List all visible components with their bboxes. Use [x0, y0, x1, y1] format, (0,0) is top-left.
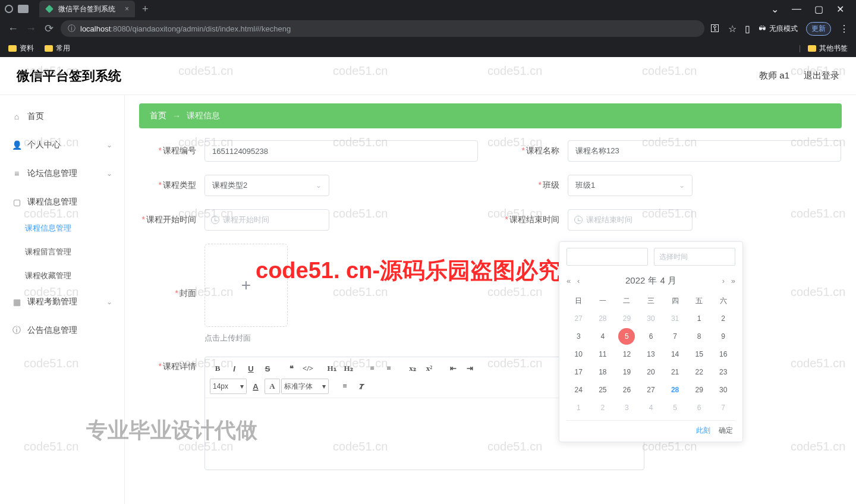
prev-month-button[interactable]: ‹	[577, 276, 580, 285]
bg-color-button[interactable]: A	[265, 379, 280, 394]
chevron-down-icon[interactable]: ⌄	[771, 4, 779, 15]
dp-day[interactable]: 17	[567, 363, 591, 381]
dp-day[interactable]: 20	[639, 363, 663, 381]
dp-day[interactable]: 30	[711, 381, 735, 399]
back-button[interactable]: ←	[7, 23, 19, 35]
key-icon[interactable]: ⚿	[710, 23, 720, 34]
sidebar-item-attendance[interactable]: ▦课程考勤管理⌄	[0, 288, 124, 316]
clear-format-button[interactable]: T̷	[354, 379, 369, 394]
dp-day[interactable]: 3	[615, 399, 639, 417]
sidebar-item-notice[interactable]: ⓘ公告信息管理	[0, 316, 124, 345]
h1-button[interactable]: H₁	[324, 361, 339, 376]
dp-day[interactable]: 31	[663, 310, 687, 327]
subscript-button[interactable]: x₂	[405, 361, 420, 376]
next-year-button[interactable]: »	[731, 276, 735, 285]
dp-day[interactable]: 1	[567, 399, 591, 417]
dp-day[interactable]: 19	[615, 363, 639, 381]
prev-year-button[interactable]: «	[567, 276, 571, 285]
input-end-time[interactable]: 课程结束时间	[568, 209, 693, 231]
dp-day[interactable]: 5	[663, 399, 687, 417]
dp-day[interactable]: 28	[591, 310, 615, 327]
dp-day[interactable]: 29	[615, 310, 639, 327]
font-size-select[interactable]: 14px▾	[210, 379, 247, 394]
sidebar-item-personal[interactable]: 👤个人中心⌄	[0, 131, 124, 159]
input-course-name[interactable]: 课程名称123	[568, 140, 841, 162]
dp-day[interactable]: 10	[567, 345, 591, 363]
dp-day[interactable]: 9	[711, 327, 735, 345]
bold-button[interactable]: B	[210, 361, 225, 376]
sidebar-subitem-course-msg[interactable]: 课程留言管理	[0, 240, 124, 264]
dp-day[interactable]: 24	[567, 381, 591, 399]
sidebar-subitem-course-info[interactable]: 课程信息管理	[0, 216, 124, 240]
upload-cover[interactable]: +	[204, 244, 288, 327]
new-tab-button[interactable]: +	[142, 3, 149, 15]
input-course-no[interactable]: 1651124095238	[204, 140, 478, 162]
sidebar-item-forum[interactable]: ≡论坛信息管理⌄	[0, 159, 124, 188]
close-window-icon[interactable]: ✕	[836, 4, 844, 15]
outdent-button[interactable]: ⇤	[445, 361, 461, 376]
dp-day[interactable]: 4	[639, 399, 663, 417]
breadcrumb-home[interactable]: 首页	[150, 111, 166, 121]
dp-day[interactable]: 7	[711, 399, 735, 417]
underline-button[interactable]: U	[243, 361, 259, 376]
dp-month[interactable]: 4 月	[660, 275, 677, 286]
minimize-icon[interactable]: —	[792, 4, 801, 15]
dp-day[interactable]: 27	[567, 310, 591, 327]
indent-button[interactable]: ⇥	[462, 361, 477, 376]
dp-day[interactable]: 25	[591, 381, 615, 399]
align-button[interactable]: ≡	[337, 379, 353, 394]
star-icon[interactable]: ☆	[728, 23, 737, 34]
dp-day[interactable]: 29	[687, 381, 712, 399]
menu-dots-icon[interactable]: ⋮	[839, 23, 849, 34]
dp-ok-button[interactable]: 确定	[719, 426, 733, 436]
sidebar-item-course[interactable]: ▢课程信息管理	[0, 188, 124, 216]
dp-now-button[interactable]: 此刻	[696, 426, 710, 436]
dp-day[interactable]: 2	[711, 310, 735, 327]
other-bookmarks[interactable]: 其他书签	[808, 43, 848, 53]
ul-button[interactable]: ≡	[381, 361, 396, 376]
dp-day[interactable]: 13	[639, 345, 663, 363]
dp-day[interactable]: 16	[711, 345, 735, 363]
forward-button[interactable]: →	[25, 23, 37, 35]
dp-day[interactable]: 14	[663, 345, 687, 363]
dp-day[interactable]: 22	[687, 363, 712, 381]
dp-day[interactable]: 6	[687, 399, 712, 417]
dp-day[interactable]: 7	[663, 327, 687, 345]
update-button[interactable]: 更新	[806, 22, 831, 36]
dp-day[interactable]: 4	[591, 327, 615, 345]
dp-day[interactable]: 18	[591, 363, 615, 381]
superscript-button[interactable]: x²	[421, 361, 437, 376]
text-color-button[interactable]: A	[248, 379, 263, 394]
current-user[interactable]: 教师 a1	[759, 70, 789, 81]
close-tab-icon[interactable]: ×	[125, 5, 129, 13]
dp-day[interactable]: 2	[591, 399, 615, 417]
next-month-button[interactable]: ›	[722, 276, 725, 285]
bookmark-folder-1[interactable]: 资料	[8, 43, 34, 53]
maximize-icon[interactable]: ▢	[814, 4, 823, 15]
dp-day[interactable]: 1	[687, 310, 712, 327]
font-family-select[interactable]: 标准字体▾	[281, 379, 329, 394]
dp-day[interactable]: 6	[639, 327, 663, 345]
dp-day[interactable]: 15	[687, 345, 712, 363]
active-tab[interactable]: 微信平台签到系统 ×	[39, 1, 135, 17]
code-button[interactable]: </>	[300, 361, 316, 376]
dp-day[interactable]: 11	[591, 345, 615, 363]
input-start-time[interactable]: 课程开始时间	[204, 209, 329, 231]
dp-day[interactable]: 28	[663, 381, 687, 399]
strike-button[interactable]: S	[260, 361, 275, 376]
dp-day[interactable]: 8	[687, 327, 712, 345]
logout-link[interactable]: 退出登录	[804, 70, 839, 81]
bookmark-folder-2[interactable]: 常用	[45, 43, 70, 53]
select-class[interactable]: 班级1⌄	[568, 175, 693, 196]
dp-date-input[interactable]: 选择日期	[567, 248, 648, 266]
ol-button[interactable]: ≡	[364, 361, 380, 376]
quote-button[interactable]: ❝	[284, 361, 299, 376]
h2-button[interactable]: H₂	[341, 361, 356, 376]
dp-day[interactable]: 30	[639, 310, 663, 327]
panel-icon[interactable]: ▯	[745, 23, 750, 34]
url-input[interactable]: ⓘ localhost :8080/qiandaoxitong/admin/di…	[61, 20, 704, 37]
dp-time-input[interactable]: 选择时间	[654, 248, 735, 266]
italic-button[interactable]: I	[226, 361, 242, 376]
sidebar-item-home[interactable]: ⌂首页	[0, 102, 124, 131]
dp-day[interactable]: 3	[567, 327, 591, 345]
